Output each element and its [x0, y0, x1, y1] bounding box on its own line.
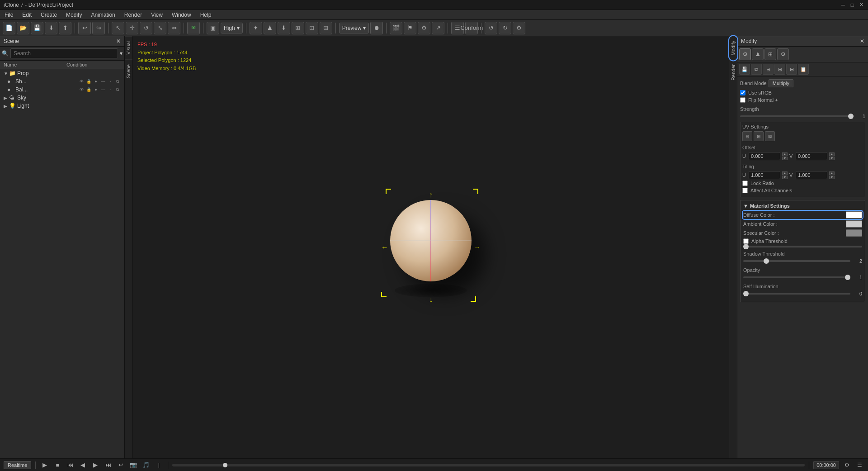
modify-tab-grid[interactable]: ⊞ — [764, 48, 776, 60]
note-btn[interactable]: 🎵 — [141, 460, 151, 470]
sh-dot1-icon[interactable]: ● — [93, 78, 99, 85]
flip-normal-checkbox[interactable] — [740, 97, 745, 103]
tiling-v-up[interactable]: ▲ — [829, 171, 835, 175]
tree-prop[interactable]: ▼ 📁 Prop — [0, 69, 124, 77]
mod-grid2-icon-btn[interactable]: ⊞ — [774, 64, 785, 75]
stop-btn[interactable]: ■ — [52, 460, 62, 470]
grid-btn[interactable]: ⊞ — [292, 22, 304, 34]
ground-btn[interactable]: ⬇ — [278, 22, 290, 34]
ambient-color-swatch[interactable] — [846, 220, 862, 228]
search-filter-icon[interactable]: ▾ — [120, 50, 123, 57]
timeline-settings-btn[interactable]: ⚙ — [842, 460, 852, 470]
preview-dropdown[interactable]: Preview ▾ — [339, 23, 369, 33]
menu-help[interactable]: Help — [198, 11, 213, 19]
extra2-btn[interactable]: ↻ — [499, 22, 511, 34]
lock-ratio-checkbox[interactable] — [742, 181, 748, 186]
flag-btn[interactable]: ⚑ — [404, 22, 416, 34]
prev-frame-btn[interactable]: ◀ — [78, 460, 88, 470]
redo-btn[interactable]: ↪ — [92, 22, 105, 34]
prev-key-btn[interactable]: ⏮ — [65, 460, 75, 470]
maximize-btn[interactable]: □ — [849, 2, 855, 8]
mat-collapse-icon[interactable]: ▼ — [743, 203, 748, 209]
rotate-btn[interactable]: ↺ — [140, 22, 152, 34]
lock-ratio-label[interactable]: Lock Ratio — [750, 181, 774, 186]
modify-tab-sliders[interactable]: ⚙ — [739, 48, 751, 60]
alpha-threshold-slider[interactable] — [743, 246, 862, 247]
opacity-slider[interactable] — [743, 276, 850, 278]
sh-copy-icon[interactable]: ⧉ — [114, 78, 121, 85]
menu-render[interactable]: Render — [123, 11, 144, 19]
offset-v-down[interactable]: ▼ — [829, 157, 835, 160]
offset-u-up[interactable]: ▲ — [782, 152, 788, 156]
bal-eye-icon[interactable]: 👁 — [78, 86, 85, 93]
record-btn[interactable]: ⏺ — [370, 22, 383, 34]
menu-modify[interactable]: Modify — [64, 11, 84, 19]
alpha-threshold-label[interactable]: Alpha Threshold — [751, 238, 788, 244]
tiling-v-input[interactable] — [796, 171, 827, 179]
tree-light[interactable]: ▶ 💡 Light — [0, 102, 124, 110]
eye-btn[interactable]: 👁 — [187, 22, 200, 34]
specular-color-swatch[interactable] — [846, 229, 862, 237]
offset-u-input[interactable] — [749, 152, 780, 160]
menu-window[interactable]: Window — [170, 11, 193, 19]
menu-create[interactable]: Create — [39, 11, 59, 19]
shadow-threshold-slider[interactable] — [743, 260, 850, 262]
sh-minus-icon[interactable]: - — [107, 78, 113, 85]
loop-btn[interactable]: ↩ — [116, 460, 126, 470]
physics-btn[interactable]: ⚙ — [418, 22, 430, 34]
char-btn[interactable]: ♟ — [264, 22, 276, 34]
bal-copy-icon[interactable]: ⧉ — [114, 86, 121, 93]
mod-save-icon-btn[interactable]: 💾 — [739, 64, 750, 75]
view-btn[interactable]: ▣ — [207, 22, 219, 34]
bal-lock-icon[interactable]: 🔒 — [85, 86, 92, 93]
minimize-btn[interactable]: ─ — [840, 2, 846, 8]
offset-u-down[interactable]: ▼ — [782, 157, 788, 160]
mod-copy-icon-btn[interactable]: ⧉ — [751, 64, 762, 75]
menu-file[interactable]: File — [3, 11, 15, 19]
play-btn[interactable]: ▶ — [40, 460, 50, 470]
use-srgb-label[interactable]: Use sRGB — [748, 90, 772, 95]
search-input[interactable] — [10, 48, 118, 58]
menu-view[interactable]: View — [149, 11, 165, 19]
uv-icon2[interactable]: ⊞ — [754, 131, 764, 141]
mod-grid1-icon-btn[interactable]: ⊟ — [763, 64, 774, 75]
bal-minus-icon[interactable]: - — [107, 86, 113, 93]
light-btn[interactable]: ✦ — [250, 22, 262, 34]
affect-all-label[interactable]: Affect All Channels — [750, 188, 792, 193]
flip-normal-label[interactable]: Flip Normal + — [748, 97, 778, 103]
modify-tab-person[interactable]: ♟ — [752, 48, 764, 60]
ik-btn[interactable]: ↗ — [432, 22, 444, 34]
tiling-u-down[interactable]: ▼ — [782, 176, 788, 179]
scale-btn[interactable]: ⤡ — [154, 22, 166, 34]
move-btn[interactable]: ✛ — [126, 22, 138, 34]
tiling-u-up[interactable]: ▲ — [782, 171, 788, 175]
extra1-btn[interactable]: ↺ — [485, 22, 497, 34]
strength-slider[interactable] — [740, 115, 854, 117]
realtime-btn[interactable]: Realtime — [4, 461, 31, 469]
modify-tab-gear[interactable]: ⚙ — [777, 48, 789, 60]
menu-edit[interactable]: Edit — [20, 11, 33, 19]
import-btn[interactable]: ⬇ — [45, 22, 57, 34]
undo-btn[interactable]: ↩ — [78, 22, 91, 34]
new-btn[interactable]: 📄 — [3, 22, 15, 34]
window-controls[interactable]: ─ □ ✕ — [840, 2, 864, 8]
sh-lock-icon[interactable]: 🔒 — [85, 78, 92, 85]
self-illumination-slider[interactable] — [743, 293, 850, 295]
open-btn[interactable]: 📂 — [17, 22, 29, 34]
next-key-btn[interactable]: ⏭ — [103, 460, 113, 470]
close-btn[interactable]: ✕ — [858, 2, 864, 8]
snap-btn[interactable]: ⊡ — [306, 22, 318, 34]
select-btn[interactable]: ↖ — [112, 22, 124, 34]
timeline-list-btn[interactable]: ☰ — [854, 460, 864, 470]
tiling-u-input[interactable] — [749, 171, 780, 179]
tiling-v-down[interactable]: ▼ — [829, 176, 835, 179]
export-btn[interactable]: ⬆ — [59, 22, 71, 34]
offset-v-input[interactable] — [796, 152, 827, 160]
modify-close-icon[interactable]: ✕ — [860, 38, 864, 44]
use-srgb-checkbox[interactable] — [740, 90, 745, 95]
camera-btn[interactable]: 📷 — [128, 460, 138, 470]
bal-dash-icon[interactable]: — — [100, 86, 106, 93]
marker-btn[interactable]: | — [154, 460, 164, 470]
tree-sky[interactable]: ▶ 🌤 Sky — [0, 94, 124, 102]
diffuse-color-swatch[interactable] — [846, 211, 862, 219]
